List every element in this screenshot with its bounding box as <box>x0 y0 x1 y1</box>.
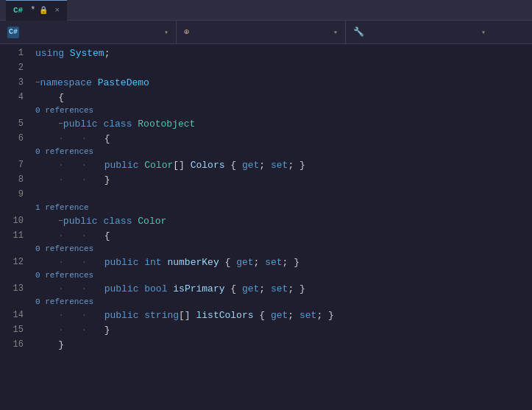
token-punct: ; <box>288 310 294 321</box>
token-punct: } <box>294 257 299 268</box>
token-punct: { <box>104 230 110 241</box>
token-gs: set <box>299 310 316 321</box>
token-space <box>138 283 144 294</box>
collapse-button[interactable]: − <box>35 78 40 87</box>
code-line: · · public int numberKey { get; set; } <box>35 255 532 269</box>
token-gs: get <box>242 283 259 294</box>
collapse-button[interactable]: − <box>58 119 63 128</box>
token-space <box>138 310 144 321</box>
token-kw: int <box>144 257 161 268</box>
indent-dots: · · <box>35 230 104 241</box>
token-kw: public <box>63 119 98 130</box>
token-space <box>265 160 271 171</box>
nav-bar: C# ▾ ⊕ ▾ 🔧 ▾ <box>0 21 532 44</box>
token-punct: { <box>225 257 231 268</box>
nav-segment-middle[interactable]: ⊕ ▾ <box>177 21 346 43</box>
code-line: · · public Color[] Colors { get; set; } <box>35 158 532 172</box>
token-space <box>132 216 138 227</box>
token-space <box>322 310 328 321</box>
token-kw: public <box>104 257 139 268</box>
editor-area: 12345678910111213141516 using System;−na… <box>0 44 532 410</box>
token-punct: } <box>299 283 305 294</box>
code-line: −public class Color <box>35 213 532 228</box>
nav-left-chevron: ▾ <box>164 28 169 37</box>
indent-dots <box>35 92 58 103</box>
token-space <box>294 310 299 321</box>
indent-dots <box>35 119 58 130</box>
token-space <box>254 310 260 321</box>
token-space <box>185 160 191 171</box>
indent-dots: · · <box>35 160 104 171</box>
tab-modified: * <box>30 5 35 15</box>
token-punct: } <box>328 310 334 321</box>
token-kw: using <box>35 48 64 59</box>
token-space <box>98 216 104 227</box>
reference-hint: 0 references <box>35 296 532 308</box>
token-space <box>265 310 271 321</box>
token-space <box>132 119 138 130</box>
collapse-button[interactable]: − <box>58 216 63 225</box>
code-line: · · } <box>35 322 532 337</box>
token-space <box>219 257 225 268</box>
reference-hint: 0 references <box>35 146 532 158</box>
indent-dots <box>35 216 58 227</box>
code-line: } <box>35 337 532 352</box>
token-kw: class <box>103 216 132 227</box>
token-punct: ; <box>259 283 265 294</box>
token-gs: set <box>271 283 288 294</box>
token-space <box>162 257 168 268</box>
token-punct: { <box>259 310 265 321</box>
token-classname: Rootobject <box>138 119 195 130</box>
token-space <box>236 283 242 294</box>
token-ns: PasteDemo <box>98 77 149 88</box>
token-prop: listColors <box>196 310 253 321</box>
line-number: 1 <box>0 46 24 60</box>
token-space <box>138 160 144 171</box>
nav-middle-chevron: ▾ <box>333 28 338 37</box>
code-line <box>35 187 532 202</box>
ref-line-number <box>0 105 24 116</box>
nav-right-chevron: ▾ <box>481 28 486 37</box>
line-number: 10 <box>0 213 24 228</box>
token-space <box>236 160 242 171</box>
token-space <box>98 119 104 130</box>
token-kw: bool <box>144 283 167 294</box>
indent-dots: · · <box>35 133 104 144</box>
line-numbers: 12345678910111213141516 <box>0 44 29 410</box>
token-kw: public <box>104 283 139 294</box>
line-number: 3 <box>0 75 24 90</box>
token-punct: [] <box>173 160 185 171</box>
token-punct: ; <box>254 257 260 268</box>
token-kw: public <box>104 310 139 321</box>
token-punct: } <box>104 174 110 185</box>
indent-dots <box>35 339 58 350</box>
token-classname: Color <box>138 216 166 227</box>
tab-pin-icon[interactable]: 🔒 <box>39 6 48 15</box>
token-space <box>167 283 173 294</box>
indent-dots: · · <box>35 325 104 336</box>
token-space <box>138 257 144 268</box>
token-space <box>259 257 265 268</box>
line-number: 2 <box>0 60 24 75</box>
token-kw: public <box>63 216 98 227</box>
token-gs: set <box>265 257 282 268</box>
token-space <box>225 283 231 294</box>
line-number: 9 <box>0 187 24 202</box>
token-punct: ; <box>288 160 294 171</box>
nav-segment-right[interactable]: 🔧 ▾ <box>346 21 493 43</box>
line-number: 15 <box>0 322 24 337</box>
file-tab[interactable]: C# * 🔒 × <box>6 0 67 21</box>
tab-close-button[interactable]: × <box>54 6 60 15</box>
indent-dots: · · <box>35 174 104 185</box>
nav-segment-left[interactable]: C# ▾ <box>0 21 177 43</box>
nav-wrench-icon: 🔧 <box>353 26 364 38</box>
token-kw: namespace <box>40 77 92 88</box>
token-kw: class <box>103 119 132 130</box>
code-line: · · { <box>35 228 532 243</box>
line-number: 8 <box>0 172 24 187</box>
code-content: using System;−namespace PasteDemo { 0 re… <box>29 44 532 410</box>
token-gs: get <box>242 160 259 171</box>
title-bar: C# * 🔒 × <box>0 0 532 21</box>
token-punct: { <box>104 133 110 144</box>
code-line: · · public string[] listColors { get; se… <box>35 308 532 322</box>
